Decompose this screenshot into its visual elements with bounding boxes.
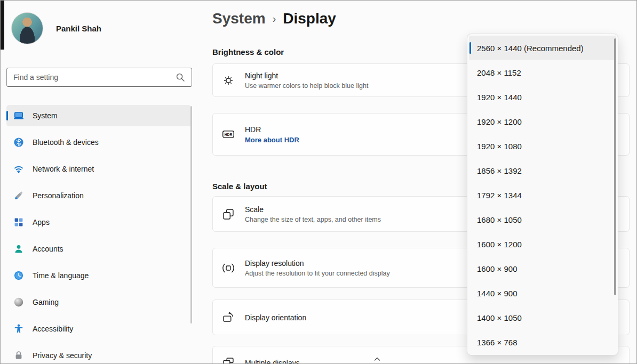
resolution-option-label: 1600 × 900 xyxy=(477,264,517,273)
avatar[interactable] xyxy=(11,12,43,44)
accounts-icon xyxy=(13,244,24,254)
gaming-icon xyxy=(13,297,24,308)
resolution-dropdown: 2560 × 1440 (Recommended) 2048 × 1152 19… xyxy=(467,34,618,355)
network-icon xyxy=(13,164,24,174)
resolution-option-label: 1366 × 768 xyxy=(477,338,517,347)
resolution-option-1792x1344[interactable]: 1792 × 1344 xyxy=(467,183,618,207)
user-name: Pankil Shah xyxy=(56,24,101,33)
card-subtitle: Change the size of text, apps, and other… xyxy=(245,216,381,223)
card-title: Multiple displays xyxy=(245,359,300,364)
apps-icon xyxy=(13,217,24,228)
sidebar-item-network-internet[interactable]: Network & internet xyxy=(6,158,191,180)
resolution-option-1400x1050[interactable]: 1400 × 1050 xyxy=(467,305,618,330)
resolution-option-label: 1400 × 1050 xyxy=(477,313,522,322)
settings-window: Pankil Shah System Bluetooth & devices xyxy=(0,0,637,364)
resolution-option-1680x1050[interactable]: 1680 × 1050 xyxy=(467,207,618,232)
sidebar-item-label: Time & language xyxy=(33,271,89,280)
resolution-option-label: 2560 × 1440 (Recommended) xyxy=(477,44,584,53)
resolution-option-1600x900[interactable]: 1600 × 900 xyxy=(467,256,618,281)
resolution-option-1920x1200[interactable]: 1920 × 1200 xyxy=(467,109,618,134)
resolution-option-1440x900[interactable]: 1440 × 900 xyxy=(467,281,618,305)
svg-text:HDR: HDR xyxy=(225,133,233,136)
sidebar-item-label: Apps xyxy=(33,218,50,227)
card-title: Display resolution xyxy=(245,259,390,268)
display-resolution-icon xyxy=(222,262,236,274)
chevron-right-icon: › xyxy=(273,13,276,25)
resolution-option-label: 1920 × 1080 xyxy=(477,142,522,151)
scale-icon xyxy=(222,208,236,221)
sidebar-item-system[interactable]: System xyxy=(6,105,191,126)
sidebar-item-label: Gaming xyxy=(33,298,59,306)
sidebar-item-label: Bluetooth & devices xyxy=(33,138,99,147)
selected-indicator xyxy=(469,42,471,54)
sidebar-item-label: Accounts xyxy=(33,245,63,253)
background-window-edge xyxy=(1,1,4,50)
page-title: Display xyxy=(283,10,336,27)
chevron-up-icon[interactable] xyxy=(373,355,381,363)
resolution-option-label: 1920 × 1200 xyxy=(477,117,522,126)
personalization-icon xyxy=(13,190,24,201)
sidebar-item-apps[interactable]: Apps xyxy=(6,212,191,233)
card-title: Night light xyxy=(245,71,368,80)
sidebar-scrollbar[interactable] xyxy=(190,106,192,323)
display-orientation-icon xyxy=(222,311,236,324)
resolution-option-2560x1440[interactable]: 2560 × 1440 (Recommended) xyxy=(469,36,616,60)
section-scale-layout: Scale & layout xyxy=(212,182,267,191)
sidebar-item-gaming[interactable]: Gaming xyxy=(6,292,191,313)
breadcrumb-system[interactable]: System xyxy=(212,10,266,27)
sidebar-item-label: Network & internet xyxy=(33,165,94,173)
sidebar-item-bluetooth-devices[interactable]: Bluetooth & devices xyxy=(6,132,191,153)
sidebar-item-accounts[interactable]: Accounts xyxy=(6,238,191,260)
sidebar-item-accessibility[interactable]: Accessibility xyxy=(6,318,191,339)
card-title: Scale xyxy=(245,205,381,214)
resolution-option-1920x1080[interactable]: 1920 × 1080 xyxy=(467,134,618,158)
search-icon[interactable] xyxy=(176,72,185,82)
night-light-icon xyxy=(222,74,236,87)
resolution-option-label: 1680 × 1050 xyxy=(477,215,522,224)
resolution-option-1600x1200[interactable]: 1600 × 1200 xyxy=(467,232,618,256)
dropdown-scrollbar[interactable] xyxy=(614,38,616,295)
section-brightness-color: Brightness & color xyxy=(212,47,284,56)
search-box[interactable] xyxy=(6,68,192,87)
resolution-option-2048x1152[interactable]: 2048 × 1152 xyxy=(467,60,618,85)
privacy-icon xyxy=(13,350,24,361)
time-language-icon xyxy=(13,270,24,281)
card-title: Display orientation xyxy=(245,313,306,322)
resolution-option-label: 1792 × 1344 xyxy=(477,191,522,200)
sidebar-item-label: Personalization xyxy=(33,191,84,200)
sidebar-item-label: Accessibility xyxy=(33,325,73,333)
system-icon xyxy=(13,110,24,121)
hdr-icon: HDR xyxy=(222,128,236,141)
sidebar-item-time-language[interactable]: Time & language xyxy=(6,265,191,286)
resolution-option-1920x1440[interactable]: 1920 × 1440 xyxy=(467,85,618,109)
breadcrumb: System › Display xyxy=(212,10,336,27)
sidebar-nav: System Bluetooth & devices Network & int… xyxy=(6,105,191,364)
card-subtitle: Adjust the resolution to fit your connec… xyxy=(245,270,390,277)
user-profile[interactable]: Pankil Shah xyxy=(11,12,101,44)
resolution-option-label: 2048 × 1152 xyxy=(477,68,521,77)
accessibility-icon xyxy=(13,323,24,334)
bluetooth-icon xyxy=(13,137,24,148)
resolution-option-label: 1920 × 1440 xyxy=(477,93,522,102)
sidebar-item-personalization[interactable]: Personalization xyxy=(6,185,191,206)
resolution-option-1856x1392[interactable]: 1856 × 1392 xyxy=(467,158,618,183)
resolution-option-label: 1600 × 1200 xyxy=(477,240,522,249)
card-subtitle: Use warmer colors to help block blue lig… xyxy=(245,82,368,90)
sidebar-item-label: Privacy & security xyxy=(33,351,92,360)
sidebar-item-privacy-security[interactable]: Privacy & security xyxy=(6,345,191,364)
resolution-option-1366x768[interactable]: 1366 × 768 xyxy=(467,330,618,354)
card-title: HDR xyxy=(245,125,299,134)
resolution-option-label: 1856 × 1392 xyxy=(477,166,522,175)
resolution-option-label: 1440 × 900 xyxy=(477,289,517,298)
selected-indicator xyxy=(6,111,8,120)
multiple-displays-icon xyxy=(222,357,236,364)
more-about-hdr-link[interactable]: More about HDR xyxy=(245,136,299,144)
search-input[interactable] xyxy=(7,73,176,82)
sidebar-item-label: System xyxy=(33,111,58,120)
